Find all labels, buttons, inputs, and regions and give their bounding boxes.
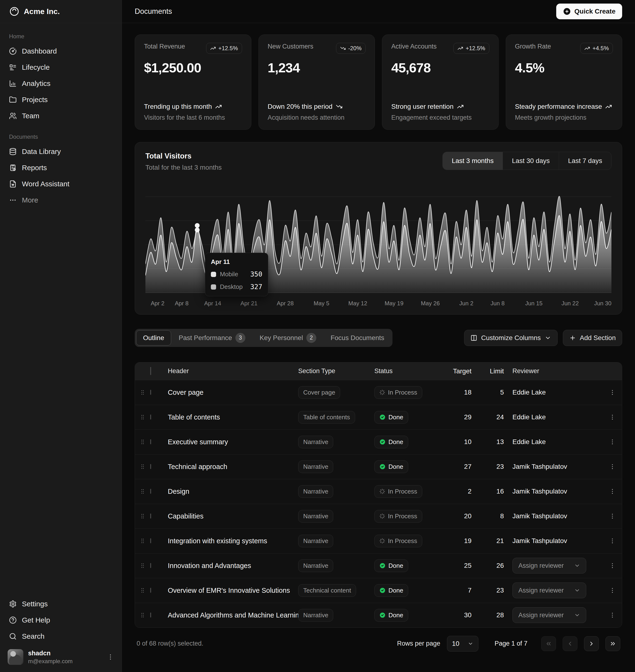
range-tab-2[interactable]: Last 7 days bbox=[559, 152, 611, 170]
row-header[interactable]: Advanced Algorithms and Machine Learning bbox=[168, 611, 298, 619]
row-menu-button[interactable] bbox=[603, 562, 622, 569]
row-checkbox[interactable] bbox=[150, 612, 151, 618]
row-menu-button[interactable] bbox=[603, 414, 622, 421]
drag-handle[interactable] bbox=[135, 587, 150, 593]
sidebar-item-lifecycle[interactable]: Lifecycle bbox=[5, 59, 117, 75]
customize-columns-button[interactable]: Customize Columns bbox=[464, 330, 557, 346]
table-row[interactable]: Overview of EMR's Innovative Solutions T… bbox=[135, 578, 622, 603]
tab-outline[interactable]: Outline bbox=[136, 330, 171, 345]
row-checkbox[interactable] bbox=[150, 538, 151, 543]
target-value[interactable]: 20 bbox=[446, 512, 484, 520]
sidebar-item-projects[interactable]: Projects bbox=[5, 92, 117, 108]
sidebar-item-reports[interactable]: Reports bbox=[5, 160, 117, 176]
previous-page-button[interactable] bbox=[563, 636, 577, 651]
first-page-button[interactable] bbox=[541, 636, 556, 651]
row-menu-button[interactable] bbox=[603, 488, 622, 495]
drag-handle[interactable] bbox=[135, 513, 150, 519]
quick-create-button[interactable]: Quick Create bbox=[556, 4, 622, 19]
row-header[interactable]: Table of contents bbox=[168, 413, 298, 421]
sidebar-item-data-library[interactable]: Data Library bbox=[5, 143, 117, 160]
limit-value[interactable]: 23 bbox=[484, 463, 512, 470]
row-menu-button[interactable] bbox=[603, 538, 622, 544]
drag-handle[interactable] bbox=[135, 439, 150, 445]
table-row[interactable]: Executive summary Narrative Done 10 13 E… bbox=[135, 429, 622, 454]
row-checkbox[interactable] bbox=[150, 563, 151, 568]
table-row[interactable]: Integration with existing systems Narrat… bbox=[135, 529, 622, 553]
row-header[interactable]: Capabilities bbox=[168, 512, 298, 520]
limit-value[interactable]: 21 bbox=[484, 537, 512, 545]
target-value[interactable]: 30 bbox=[446, 611, 484, 619]
target-value[interactable]: 7 bbox=[446, 587, 484, 594]
user-menu-icon[interactable] bbox=[107, 653, 114, 660]
row-header[interactable]: Technical approach bbox=[168, 463, 298, 471]
drag-handle[interactable] bbox=[135, 414, 150, 420]
row-menu-button[interactable] bbox=[603, 463, 622, 470]
user-row[interactable]: shadcn m@example.com bbox=[8, 649, 114, 665]
row-menu-button[interactable] bbox=[603, 439, 622, 445]
sidebar-item-analytics[interactable]: Analytics bbox=[5, 75, 117, 92]
tab-past-performance[interactable]: Past Performance 3 bbox=[172, 330, 252, 345]
row-header[interactable]: Cover page bbox=[168, 388, 298, 397]
assign-reviewer-select[interactable]: Assign reviewer bbox=[512, 607, 586, 623]
row-checkbox[interactable] bbox=[150, 514, 151, 518]
sidebar-item-search[interactable]: Search bbox=[5, 628, 117, 644]
sidebar-item-team[interactable]: Team bbox=[5, 108, 117, 124]
select-all-checkbox[interactable] bbox=[150, 367, 151, 375]
target-value[interactable]: 27 bbox=[446, 463, 484, 470]
sidebar-item-more[interactable]: More bbox=[5, 192, 117, 208]
row-header[interactable]: Integration with existing systems bbox=[168, 537, 298, 545]
sidebar-brand[interactable]: Acme Inc. bbox=[0, 0, 122, 23]
limit-value[interactable]: 28 bbox=[484, 611, 512, 619]
add-section-button[interactable]: Add Section bbox=[563, 330, 622, 346]
limit-value[interactable]: 24 bbox=[484, 413, 512, 421]
range-tab-1[interactable]: Last 30 days bbox=[503, 152, 559, 170]
chart-plot[interactable]: Apr 2Apr 8Apr 14Apr 21Apr 28May 5May 12M… bbox=[146, 182, 611, 308]
limit-value[interactable]: 8 bbox=[484, 512, 512, 520]
row-header[interactable]: Innovation and Advantages bbox=[168, 562, 298, 570]
next-page-button[interactable] bbox=[584, 636, 599, 651]
target-value[interactable]: 10 bbox=[446, 438, 484, 446]
drag-handle[interactable] bbox=[135, 612, 150, 618]
row-menu-button[interactable] bbox=[603, 513, 622, 519]
drag-handle[interactable] bbox=[135, 488, 150, 494]
assign-reviewer-select[interactable]: Assign reviewer bbox=[512, 558, 586, 574]
table-row[interactable]: Advanced Algorithms and Machine Learning… bbox=[135, 603, 622, 627]
drag-handle[interactable] bbox=[135, 538, 150, 544]
target-value[interactable]: 18 bbox=[446, 388, 484, 396]
sidebar-item-settings[interactable]: Settings bbox=[5, 596, 117, 612]
row-header[interactable]: Executive summary bbox=[168, 438, 298, 446]
sidebar-item-dashboard[interactable]: Dashboard bbox=[5, 43, 117, 59]
table-row[interactable]: Technical approach Narrative Done 27 23 … bbox=[135, 454, 622, 479]
table-row[interactable]: Capabilities Narrative In Process 20 8 J… bbox=[135, 504, 622, 529]
table-row[interactable]: Design Narrative In Process 2 16 Jamik T… bbox=[135, 479, 622, 504]
assign-reviewer-select[interactable]: Assign reviewer bbox=[512, 583, 586, 598]
row-checkbox[interactable] bbox=[150, 588, 151, 593]
drag-handle[interactable] bbox=[135, 389, 150, 396]
row-menu-button[interactable] bbox=[603, 612, 622, 619]
limit-value[interactable]: 26 bbox=[484, 562, 512, 569]
row-checkbox[interactable] bbox=[150, 415, 151, 420]
target-value[interactable]: 25 bbox=[446, 562, 484, 569]
target-value[interactable]: 29 bbox=[446, 413, 484, 421]
target-value[interactable]: 19 bbox=[446, 537, 484, 545]
row-menu-button[interactable] bbox=[603, 389, 622, 396]
limit-value[interactable]: 16 bbox=[484, 488, 512, 495]
row-checkbox[interactable] bbox=[150, 464, 151, 469]
range-tab-0[interactable]: Last 3 months bbox=[443, 152, 503, 170]
tab-focus-documents[interactable]: Focus Documents bbox=[324, 330, 391, 345]
target-value[interactable]: 2 bbox=[446, 488, 484, 495]
table-row[interactable]: Table of contents Table of contents Done… bbox=[135, 405, 622, 429]
table-row[interactable]: Innovation and Advantages Narrative Done… bbox=[135, 553, 622, 578]
row-checkbox[interactable] bbox=[150, 489, 151, 494]
last-page-button[interactable] bbox=[606, 636, 620, 651]
drag-handle[interactable] bbox=[135, 464, 150, 470]
rows-per-page-select[interactable]: 10 bbox=[447, 636, 478, 652]
row-menu-button[interactable] bbox=[603, 587, 622, 594]
limit-value[interactable]: 23 bbox=[484, 587, 512, 594]
row-header[interactable]: Design bbox=[168, 488, 298, 495]
limit-value[interactable]: 13 bbox=[484, 438, 512, 446]
tab-key-personnel[interactable]: Key Personnel 2 bbox=[253, 330, 323, 345]
table-row[interactable]: Cover page Cover page In Process 18 5 Ed… bbox=[135, 380, 622, 405]
sidebar-item-word-assistant[interactable]: Word Assistant bbox=[5, 176, 117, 192]
row-header[interactable]: Overview of EMR's Innovative Solutions bbox=[168, 587, 298, 595]
